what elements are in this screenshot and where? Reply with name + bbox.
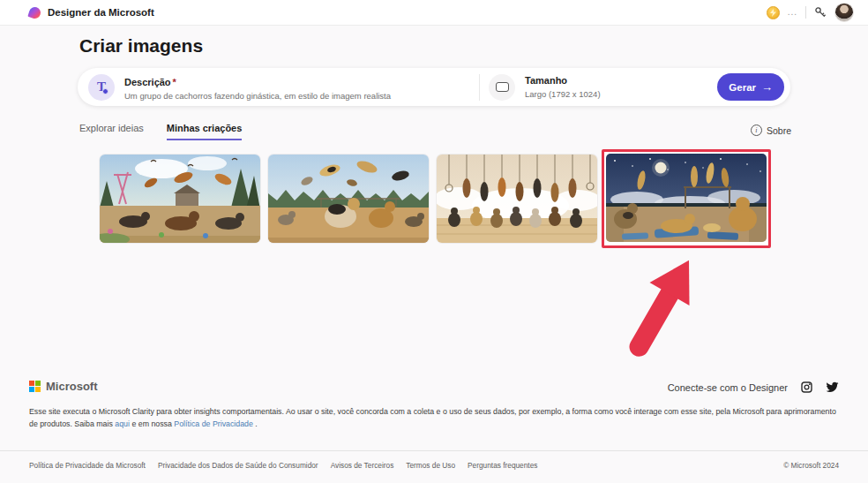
microsoft-footer-logo[interactable]: Microsoft (29, 380, 98, 393)
privacy-notice: Esse site executa o Microsoft Clarity pa… (29, 405, 839, 430)
gallery-tabs: Explorar ideias Minhas criações (79, 123, 242, 140)
description-field[interactable]: T Descrição* Um grupo de cachorros fazen… (88, 73, 479, 101)
text-style-icon: T (88, 74, 115, 101)
connect-label: Conecte-se com o Designer (668, 382, 788, 393)
size-selector[interactable]: Tamanho Largo (1792 x 1024) (489, 74, 601, 101)
key-icon[interactable] (814, 6, 827, 19)
dogs-gymnastics-leaping-image (268, 155, 429, 243)
designer-logo-icon (27, 5, 41, 19)
microsoft-logo-icon (29, 381, 41, 392)
privacy-link-policy[interactable]: Política de Privacidade (174, 419, 253, 428)
credits-coin-icon[interactable] (767, 6, 780, 19)
page-title: Criar imagens (79, 35, 203, 57)
required-marker: * (173, 77, 176, 87)
header-actions: ... (767, 3, 854, 22)
copyright-label: © Microsoft 2024 (783, 461, 839, 470)
twitter-icon[interactable] (826, 381, 839, 393)
app-title: Designer da Microsoft (48, 7, 154, 18)
privacy-link-here[interactable]: aqui (115, 419, 130, 428)
generated-image-1[interactable] (100, 155, 260, 243)
info-icon: i (751, 125, 762, 136)
footer-link-health-data[interactable]: Privacidade dos Dados de Saúde do Consum… (158, 461, 318, 470)
generate-button[interactable]: Gerar → (717, 73, 784, 101)
generated-image-2[interactable] (268, 155, 429, 243)
footer-links-bar: Política de Privacidade da Microsoft Pri… (0, 450, 868, 483)
instagram-icon[interactable] (801, 381, 812, 393)
privacy-text-end: . (255, 419, 257, 428)
annotation-arrow-icon (607, 249, 713, 373)
credits-more-label[interactable]: ... (788, 8, 797, 17)
footer-links: Política de Privacidade da Microsoft Pri… (29, 461, 537, 470)
generated-image-3[interactable] (437, 155, 597, 243)
app-brand[interactable]: Designer da Microsoft (29, 7, 154, 19)
tab-explorar-ideias[interactable]: Explorar ideias (79, 123, 144, 140)
designer-app: Designer da Microsoft ... Criar image (0, 0, 868, 483)
dogs-gymnastics-rings-image (437, 155, 597, 243)
header-divider (805, 6, 806, 19)
dogs-gymnastics-day-park-image (100, 155, 260, 243)
footer-link-terms[interactable]: Termos de Uso (406, 461, 455, 470)
size-value: Largo (1792 x 1024) (525, 89, 601, 99)
highlight-annotation-box (602, 149, 771, 248)
footer-link-faq[interactable]: Perguntas frequentes (468, 461, 537, 470)
connect-section: Conecte-se com o Designer (668, 381, 839, 393)
microsoft-label: Microsoft (46, 380, 98, 393)
size-label: Tamanho (525, 75, 601, 87)
about-label: Sobre (767, 125, 791, 136)
description-label: Descrição* (124, 77, 176, 87)
footer-link-third-party[interactable]: Avisos de Terceiros (331, 461, 394, 470)
tab-minhas-criacoes[interactable]: Minhas criações (167, 123, 243, 140)
arrow-right-icon: → (761, 81, 773, 93)
description-value: Um grupo de cachorros fazendo ginástica,… (124, 91, 391, 101)
top-bar: Designer da Microsoft ... (0, 0, 868, 26)
user-avatar[interactable] (834, 3, 854, 22)
about-button[interactable]: i Sobre (751, 125, 791, 136)
card-divider (479, 74, 480, 101)
generated-image-4[interactable] (606, 154, 767, 242)
dogs-gymnastics-night-image (606, 154, 767, 242)
prompt-card: T Descrição* Um grupo de cachorros fazen… (78, 68, 790, 106)
privacy-text-middle: e em nossa (131, 419, 171, 428)
footer-link-privacy-microsoft[interactable]: Política de Privacidade da Microsoft (29, 461, 146, 470)
generate-label: Gerar (729, 82, 756, 93)
bolt-icon (770, 9, 776, 17)
aspect-ratio-icon (489, 74, 515, 101)
